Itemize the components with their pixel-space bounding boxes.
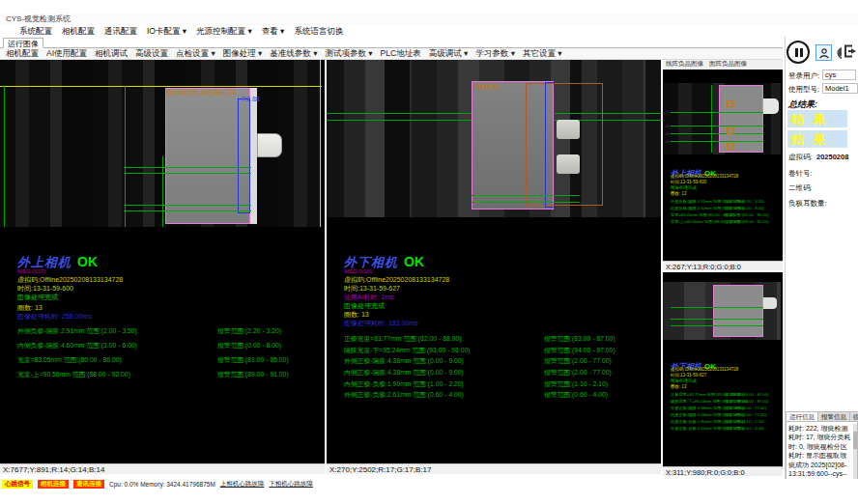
time-line: 时间:13-31-59-600 — [671, 180, 706, 184]
toolbar-spot-check[interactable]: 点检设置 ▾ — [176, 48, 215, 60]
log-text: 耗时: 222, 瑕疵检测耗时: 17, 瑕疵分类耗时: 0, 瑕疵视检分区耗时… — [786, 422, 858, 487]
camera-image-lower[interactable]: AI检测框 — [327, 60, 661, 217]
camera-name-label: 外下相机 — [344, 255, 398, 269]
log-tab-stats-info[interactable]: 统计信息 — [850, 412, 858, 421]
electrode-roi — [713, 285, 763, 337]
model-label: 使用型号: — [788, 85, 819, 95]
upper-camera-fault-text: 上相机心跳故障 — [220, 480, 265, 489]
log-tab-alarm-info[interactable]: 报警信息 — [818, 412, 850, 421]
toolbar-camera-config[interactable]: 相机配置 — [6, 48, 39, 60]
ok-result-label: OK — [77, 254, 98, 269]
mini-camera-image-bottom[interactable] — [663, 282, 781, 340]
menu-item-light-config[interactable]: 光源控制配置 ▾ — [196, 26, 252, 38]
cursor-status-upper: X:7677;Y:891;R:14;G:14;B:14 — [0, 463, 325, 474]
electrode-tab — [763, 297, 777, 309]
alarm-range: 报警范围:(0.00 - 8.00) — [217, 341, 281, 350]
measure-value: 内侧正极-隔膜:4.38mm 范围:(0.00 - 9.00) — [344, 368, 464, 378]
electrode-tab — [557, 120, 580, 139]
alarm-range: 报警范围:(2.20 - 3.20) — [217, 326, 281, 336]
alarm-range: 报警范围:(2.00 - 77.00) — [544, 368, 612, 378]
lower-camera-fault-text: 下相机心跳故障 — [269, 480, 313, 489]
measure-value: 宽度-上=90.56mm 范围:(88.00 - 92.00) — [17, 370, 130, 379]
toolbar-learning-params[interactable]: 学习参数 ▾ — [475, 48, 515, 60]
measure-value: 内侧负极-隔膜:4.60mm 范围:(3.00 - 6.00) — [17, 341, 137, 350]
electrode-tab — [763, 98, 779, 114]
log-tabs: 运行信息 报警信息 统计信息 — [786, 411, 858, 422]
toolbar-camera-debug[interactable]: 相机调试 — [95, 48, 128, 60]
ai-detect-roi — [526, 83, 603, 206]
done-line: 图像处理完成 — [17, 293, 58, 302]
measure-value: 正极宽度=83.77mm 范围:(82.00 - 88.00) — [344, 334, 461, 344]
msg-line: MSG:0(10) — [344, 268, 372, 274]
qr-code-label: 二维码: — [788, 183, 813, 193]
mini-camera-image-top[interactable] — [663, 83, 781, 154]
electrode-tab — [557, 154, 580, 174]
cursor-status-lower: X:270;Y:2502;R:17;G:17;B:17 — [327, 463, 661, 474]
exit-button[interactable] — [842, 42, 858, 61]
tab-count-label: 负极耳数量: — [788, 199, 827, 209]
camera-image-upper[interactable]: 静态阈值:93, 动态阈值:100 R2.88 — [0, 60, 322, 227]
toolbar-advanced-settings[interactable]: 高级设置 — [135, 48, 168, 60]
turns-line: 圈数: 13 — [671, 191, 687, 196]
menu-item-system-config[interactable]: 系统配置 — [19, 26, 52, 38]
alarm-range: 报警范围:(89.00 - 91.00) — [217, 370, 289, 379]
tab-linescan-defect-image[interactable]: 线阵负品图像 — [666, 60, 703, 70]
msg-line: MSG:0(17) — [17, 268, 45, 274]
camera-view-upper: 静态阈值:93, 动态阈值:100 R2.88 外上相机OK MSG:0(17)… — [0, 60, 325, 463]
alarm-range: 报警范围:(0.60 - 4.00) — [544, 390, 608, 400]
virtual-code-line: 虚拟码:Offline20250208133134728 — [671, 174, 738, 179]
login-user-value[interactable]: cys — [822, 70, 856, 80]
mini-view-bottom: 外下相机OK 虚拟码:Offline20250208133134728 时间:1… — [663, 272, 783, 466]
toolbar-other-settings[interactable]: 其它设置 ▾ — [523, 48, 562, 60]
ai-defect-marker — [727, 100, 733, 107]
alarm-range: 报警范围:(94.00 - 97.00) — [544, 346, 615, 355]
comm-connect-badge: 通讯连接 — [73, 480, 104, 489]
ai-overlay-label: AI检测框 — [474, 83, 500, 92]
menu-bar: 系统配置 相机配置 通讯配置 IO卡配置 ▾ 光源控制配置 ▾ 查看 ▾ 系统语… — [0, 25, 858, 38]
menu-item-language[interactable]: 系统语言切换 — [294, 26, 343, 38]
menu-item-comm-config[interactable]: 通讯配置 — [104, 26, 137, 38]
toolbar-test-params[interactable]: 测试项参数 ▾ — [325, 48, 372, 60]
tab-strip: 运行图像 — [0, 38, 783, 48]
toolbar-advanced-debug[interactable]: 高级调试 ▾ — [429, 48, 469, 60]
heartbeat-badge: 心跳信号 — [2, 480, 33, 489]
cursor-status-mini-top: X:267;Y:13;R:0;G:0;B:0 — [663, 261, 783, 270]
result-box-lower: 结 果 — [787, 130, 847, 148]
measure-value: 外侧正极-隔膜:4.38mm 范围:(0.00 - 9.00) — [344, 356, 464, 366]
done-line: 图像处理完成 — [671, 185, 697, 190]
toolbar-baseline-params[interactable]: 基准线参数 ▾ — [270, 48, 317, 60]
blue-measure-roi — [238, 98, 250, 213]
menu-item-view[interactable]: 查看 ▾ — [262, 26, 285, 38]
elapsed-line: 图像处理耗时: 183.00ms — [344, 319, 418, 328]
alarm-range: 报警范围:(83.00 - 87.00) — [544, 334, 615, 344]
ok-result-label: OK — [404, 254, 424, 269]
log-tab-run-info[interactable]: 运行信息 — [786, 412, 818, 421]
login-user-label: 登录用户: — [788, 71, 819, 81]
camera-name-label: 外上相机 — [17, 255, 72, 269]
alarm-range: 报警范围:(2.00 - 77.00) — [544, 356, 612, 366]
mini-view-top: 外上相机OK 虚拟码:Offline20250208133134728 时间:1… — [663, 70, 783, 261]
turns-line: 圈数: 13 — [671, 384, 687, 389]
model-value[interactable]: Model1 — [822, 83, 858, 94]
measure-value: 外侧负极-隔膜:2.91mm 范围:(2.00 - 3.50) — [17, 326, 137, 336]
pause-button[interactable] — [786, 41, 810, 64]
electrode-roi — [719, 85, 763, 153]
toolbar-plc-table[interactable]: PLC地址表 — [381, 48, 421, 60]
control-panel: 登录用户: cys 使用型号: Model1 总结果: 结 果 结 果 虚拟码:… — [785, 37, 858, 488]
measure-value: 隔膜宽度-下=95.24mm 范围:(93.00 - 98.00) — [344, 346, 471, 355]
measure-value: 宽度=83.05mm 范围:(80.00 - 86.00) — [17, 355, 122, 365]
tab-run-image[interactable]: 运行图像 — [3, 38, 43, 48]
toolbar-ai-config[interactable]: AI使用配置 — [46, 48, 87, 60]
elapsed-line: 图像处理耗时: 258.00ms — [17, 312, 92, 322]
login-user-button[interactable] — [815, 44, 832, 61]
yellow-baseline — [0, 86, 322, 87]
menu-item-camera-config[interactable]: 相机配置 — [62, 26, 95, 38]
log-scrollbar[interactable] — [853, 424, 857, 484]
window-title: CYS-视觉检测系统 — [6, 14, 71, 23]
menu-item-io-config[interactable]: IO卡配置 ▾ — [147, 26, 186, 38]
tab-areascan-defect-image[interactable]: 面阵负品图像 — [709, 60, 747, 70]
camera-view-lower: AI检测框 外下相机OK MSG:0(10) 虚拟码:Offline202502… — [327, 60, 661, 463]
virtual-code-value: 20250208 — [816, 153, 848, 161]
blue-measure-roi — [545, 82, 555, 208]
toolbar-image-processing[interactable]: 图像处理 ▾ — [223, 48, 263, 60]
